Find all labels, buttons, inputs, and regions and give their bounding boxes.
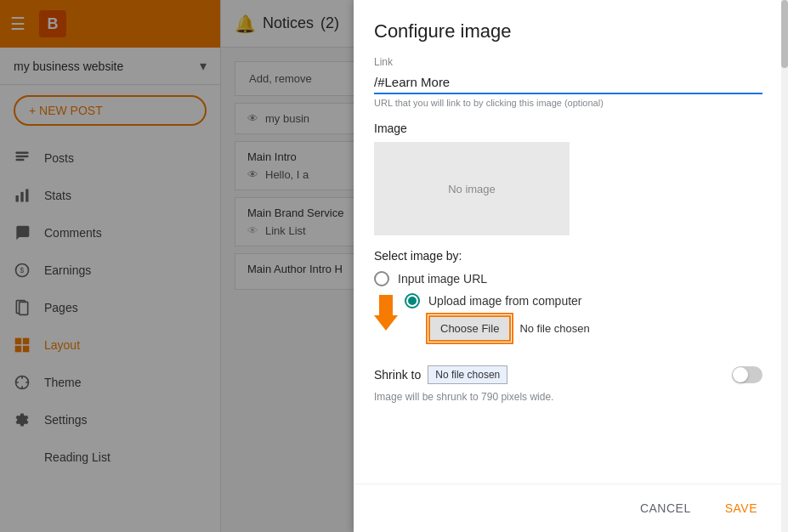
url-hint: URL that you will link to by clicking th… — [374, 98, 762, 108]
shrink-label: Shrink to — [374, 368, 421, 382]
radio-label-url: Input image URL — [398, 272, 487, 286]
cancel-button[interactable]: CANCEL — [630, 495, 701, 522]
save-button[interactable]: SAVE — [715, 495, 768, 522]
select-image-by-label: Select image by: — [374, 249, 762, 263]
radio-circle-upload — [405, 293, 420, 308]
choose-file-button[interactable]: Choose File — [428, 315, 511, 342]
shrink-row: Shrink to No file chosen — [374, 365, 762, 384]
modal-title: Configure image — [354, 0, 788, 56]
scrollbar-thumb — [781, 0, 788, 68]
modal-body: Link URL that you will link to by clicki… — [354, 56, 788, 484]
link-field-group: Link URL that you will link to by clicki… — [374, 56, 762, 108]
no-file-chosen-text: No file chosen — [519, 322, 589, 335]
choose-file-row: Choose File No file chosen — [428, 315, 590, 342]
modal-scrollbar[interactable] — [781, 0, 788, 532]
shrink-hint: Image will be shrunk to 790 pixels wide. — [374, 391, 762, 403]
configure-image-modal: Configure image Link URL that you will l… — [354, 0, 788, 532]
modal-footer: CANCEL SAVE — [354, 484, 788, 532]
shrink-value-box: No file chosen — [428, 365, 507, 384]
radio-option-url[interactable]: Input image URL — [374, 271, 762, 286]
toggle-thumb — [733, 367, 748, 382]
shrink-toggle[interactable] — [732, 366, 762, 383]
link-input[interactable] — [374, 71, 762, 94]
arrow-head — [374, 315, 398, 331]
image-label: Image — [374, 122, 762, 135]
radio-option-upload[interactable]: Upload image from computer — [405, 293, 590, 308]
radio-label-upload: Upload image from computer — [428, 294, 582, 308]
image-preview: No image — [374, 142, 570, 235]
down-arrow-indicator — [374, 295, 398, 331]
image-group: Image No image — [374, 122, 762, 235]
radio-circle-url — [374, 271, 389, 286]
select-image-by-group: Select image by: Input image URL Upload … — [374, 249, 762, 352]
no-image-text: No image — [448, 183, 496, 195]
upload-radio-container: Upload image from computer Choose File N… — [405, 293, 590, 352]
link-label: Link — [374, 56, 762, 68]
upload-option-row: Upload image from computer Choose File N… — [374, 293, 762, 352]
arrow-body — [379, 295, 393, 315]
